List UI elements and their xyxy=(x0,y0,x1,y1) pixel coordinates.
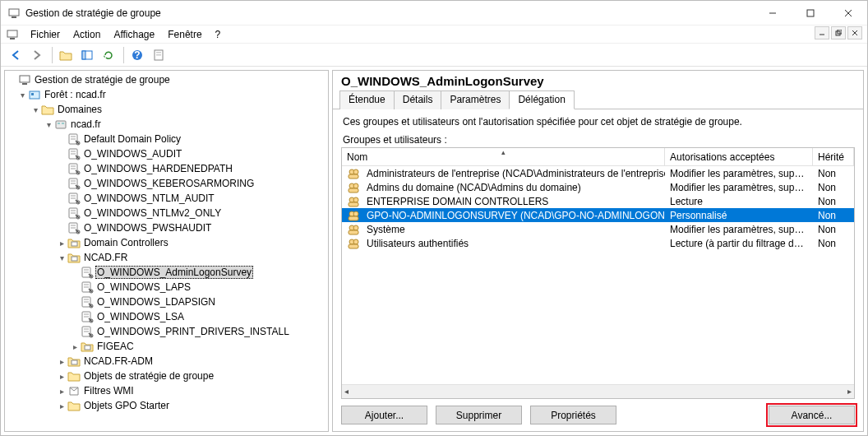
group-icon xyxy=(347,237,360,250)
row-inherited: Non xyxy=(813,238,854,249)
menu-file[interactable]: Fichier xyxy=(24,27,67,42)
tree-pane[interactable]: Gestion de stratégie de groupe Forêt : n… xyxy=(4,70,329,432)
tree-starter-gpo[interactable]: Objets GPO Starter xyxy=(5,398,328,413)
help-button[interactable]: ? xyxy=(127,46,147,64)
row-permissions: Lecture xyxy=(665,196,813,207)
gpo-link-icon xyxy=(67,192,81,205)
row-name: GPO-NO-ADMINLOGONSURVEY (NCAD\GPO-NO-ADM… xyxy=(367,210,665,221)
mmc-icon xyxy=(6,28,19,41)
menu-view[interactable]: Affichage xyxy=(107,27,161,42)
delegation-description: Ces groupes et utilisateurs ont l'autori… xyxy=(343,116,855,128)
tab-scope[interactable]: Étendue xyxy=(339,90,395,109)
list-row[interactable]: Utilisateurs authentifiésLecture (à part… xyxy=(342,236,854,250)
list-row[interactable]: GPO-NO-ADMINLOGONSURVEY (NCAD\GPO-NO-ADM… xyxy=(342,208,854,222)
tab-settings[interactable]: Paramètres xyxy=(441,90,510,109)
refresh-button[interactable] xyxy=(99,46,118,64)
list-row[interactable]: ENTERPRISE DOMAIN CONTROLLERSLectureNon xyxy=(342,194,854,208)
minimize-button[interactable] xyxy=(754,1,792,26)
tree-ou-ncad-fr[interactable]: NCAD.FR xyxy=(5,250,328,265)
tab-details[interactable]: Détails xyxy=(394,90,442,109)
tree-gpo-lsa[interactable]: O_WINDOWS_LSA xyxy=(5,309,328,324)
twisty-icon[interactable] xyxy=(56,372,67,381)
ou-icon xyxy=(67,355,81,368)
menu-window[interactable]: Fenêtre xyxy=(161,27,208,42)
tree-wmi-filters[interactable]: Filtres WMI xyxy=(5,383,328,398)
gpo-link-icon xyxy=(81,281,94,294)
close-button[interactable] xyxy=(829,1,867,26)
properties-button[interactable]: Propriétés xyxy=(530,406,616,424)
list-header: Nom ▴ Autorisations acceptées Hérité xyxy=(342,148,854,166)
twisty-icon[interactable] xyxy=(69,342,81,351)
scroll-right-icon[interactable]: ▸ xyxy=(847,387,852,396)
tree-gpo-audit[interactable]: O_WINDOWS_AUDIT xyxy=(5,146,328,161)
column-permissions[interactable]: Autorisations acceptées xyxy=(665,148,813,165)
tree-ou-ncad-fr-adm[interactable]: NCAD.FR-ADM xyxy=(5,354,328,369)
advanced-button[interactable]: Avancé... xyxy=(769,406,855,424)
menu-help[interactable]: ? xyxy=(209,27,228,42)
tree-gpo-hardenedpath[interactable]: O_WINDOWS_HARDENEDPATH xyxy=(5,161,328,176)
tree-domain[interactable]: ncad.fr xyxy=(5,117,328,132)
gpo-link-icon xyxy=(81,266,94,279)
mdi-restore-button[interactable] xyxy=(831,26,846,39)
window-title: Gestion de stratégie de groupe xyxy=(25,7,754,19)
up-button[interactable] xyxy=(56,46,76,64)
tree-gpo-ldapsign[interactable]: O_WINDOWS_LDAPSIGN xyxy=(5,295,328,309)
sort-asc-icon: ▴ xyxy=(501,148,506,156)
twisty-icon[interactable] xyxy=(16,90,28,100)
tree-forest[interactable]: Forêt : ncad.fr xyxy=(5,87,328,102)
tree-gpo-objects[interactable]: Objets de stratégie de groupe xyxy=(5,369,328,383)
tab-delegation[interactable]: Délégation xyxy=(509,90,574,109)
row-inherited: Non xyxy=(813,168,854,179)
tree-gpo-ntlmv2[interactable]: O_WINDOWS_NTLMv2_ONLY xyxy=(5,206,328,220)
tree-gpo-laps[interactable]: O_WINDOWS_LAPS xyxy=(5,280,328,295)
list-row[interactable]: Administrateurs de l'entreprise (NCAD\Ad… xyxy=(342,166,854,180)
twisty-icon[interactable] xyxy=(30,105,41,114)
remove-button[interactable]: Supprimer xyxy=(436,406,522,424)
twisty-icon[interactable] xyxy=(56,387,67,396)
toolbar-separator xyxy=(52,47,53,63)
twisty-icon[interactable] xyxy=(43,120,54,129)
menu-action[interactable]: Action xyxy=(67,27,107,42)
detail-title: O_WINDOWS_AdminLogonSurvey xyxy=(333,71,863,90)
app-icon xyxy=(7,7,21,20)
tree-domains[interactable]: Domaines xyxy=(5,102,328,117)
twisty-icon[interactable] xyxy=(56,357,67,366)
tree-root[interactable]: Gestion de stratégie de groupe xyxy=(5,72,328,87)
column-inherited[interactable]: Hérité xyxy=(813,148,854,165)
maximize-button[interactable] xyxy=(792,1,829,26)
twisty-icon[interactable] xyxy=(56,253,67,262)
list-row[interactable]: Admins du domaine (NCAD\Admins du domain… xyxy=(342,180,854,194)
row-inherited: Non xyxy=(813,210,854,221)
twisty-icon[interactable] xyxy=(56,239,67,248)
tree-ou-domain-controllers[interactable]: Domain Controllers xyxy=(5,235,328,250)
tree-ou-figeac[interactable]: FIGEAC xyxy=(5,339,328,354)
tree-gpo-pwshaudit[interactable]: O_WINDOWS_PWSHAUDIT xyxy=(5,220,328,235)
tree-gpo-default-domain-policy[interactable]: Default Domain Policy xyxy=(5,132,328,146)
row-permissions: Modifier les paramètres, supprime... xyxy=(665,224,813,235)
tab-strip: Étendue Détails Paramètres Délégation xyxy=(333,90,863,109)
back-button[interactable] xyxy=(6,46,25,64)
properties-button[interactable] xyxy=(149,46,169,64)
forward-button[interactable] xyxy=(27,46,47,64)
toolbar: ? xyxy=(1,44,867,67)
add-button[interactable]: Ajouter... xyxy=(341,406,427,424)
column-name[interactable]: Nom ▴ xyxy=(342,148,665,165)
tree-gpo-adminlogonsurvey[interactable]: O_WINDOWS_AdminLogonSurvey xyxy=(5,265,328,280)
scroll-left-icon[interactable]: ◂ xyxy=(344,387,349,396)
twisty-icon[interactable] xyxy=(56,401,67,410)
ou-icon xyxy=(67,251,81,264)
groups-users-label: Groupes et utilisateurs : xyxy=(343,134,855,146)
show-hide-tree-button[interactable] xyxy=(77,46,97,64)
tree-gpo-print-drivers[interactable]: O_WINDOWS_PRINT_DRIVERS_INSTALL xyxy=(5,324,328,339)
mdi-minimize-button[interactable] xyxy=(815,26,829,39)
row-name: Administrateurs de l'entreprise (NCAD\Ad… xyxy=(367,168,665,179)
delegation-list[interactable]: Nom ▴ Autorisations acceptées Hérité Adm… xyxy=(341,147,855,399)
tree-gpo-kerberos[interactable]: O_WINDOWS_KEBEROSARMORING xyxy=(5,176,328,191)
horizontal-scrollbar[interactable]: ◂ ▸ xyxy=(342,384,854,398)
row-name: Utilisateurs authentifiés xyxy=(367,238,469,249)
svg-rect-22 xyxy=(156,54,161,56)
tree-gpo-ntlm-audit[interactable]: O_WINDOWS_NTLM_AUDIT xyxy=(5,191,328,206)
folder-icon xyxy=(67,399,81,412)
mdi-close-button[interactable] xyxy=(847,26,862,39)
list-row[interactable]: SystèmeModifier les paramètres, supprime… xyxy=(342,222,854,236)
